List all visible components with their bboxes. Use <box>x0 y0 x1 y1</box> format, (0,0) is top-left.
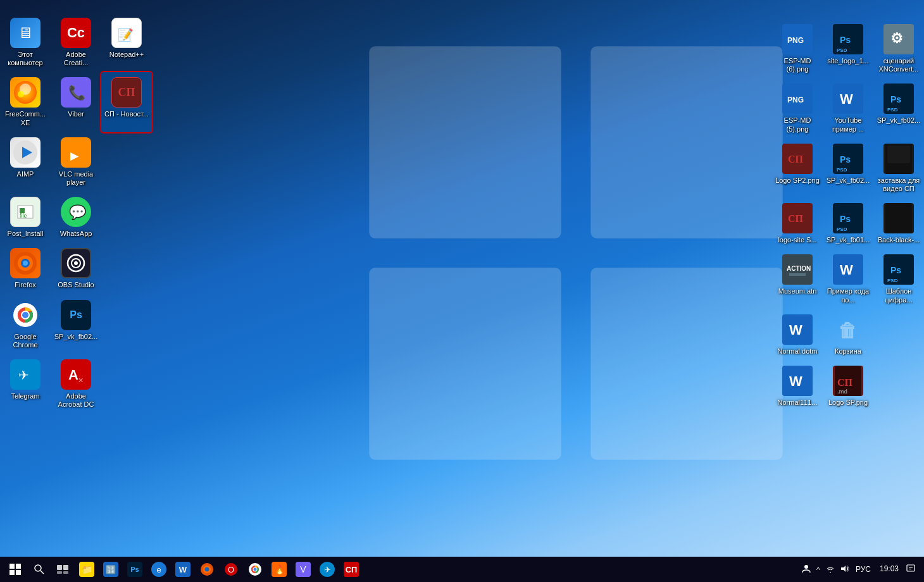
logo-site-s-icon: СП <box>782 203 813 233</box>
notification-tray-icon[interactable] <box>905 563 916 576</box>
icon-adobe-cc[interactable]: Cc Adobe Creati... <box>51 13 101 72</box>
icon-sp-vk-fb01[interactable]: PsPSD SP_vk_fb01... <box>823 198 873 249</box>
svg-rect-104 <box>907 565 915 571</box>
taskbar-firefox[interactable] <box>196 558 218 581</box>
language-tray[interactable]: РУС <box>853 565 873 574</box>
svg-rect-83 <box>9 564 15 569</box>
icon-viber[interactable]: 📞 Viber <box>51 72 101 132</box>
icon-ps-vk[interactable]: Ps SP_vk_fb02... <box>51 295 101 354</box>
svg-text:W: W <box>840 262 853 278</box>
system-tray: ^ РУС 19:03 <box>795 562 921 577</box>
sp-vk-fb01-icon: PsPSD <box>833 203 863 233</box>
icon-chrome[interactable]: Google Chrome <box>0 295 51 354</box>
taskbar-word[interactable]: W <box>172 558 194 581</box>
taskbar-app1[interactable]: 🔥 <box>268 558 290 581</box>
obs-label: OBS Studio <box>58 281 94 289</box>
svg-rect-3 <box>590 268 782 459</box>
icon-scenariy[interactable]: ⚙ сценарий XNConvert... <box>873 19 924 78</box>
icon-acrobat[interactable]: A✕ Adobe Acrobat DC <box>51 354 101 414</box>
taskbar-sp-app[interactable]: СП <box>340 558 363 581</box>
people-tray-icon[interactable] <box>800 562 813 577</box>
icon-site-logo[interactable]: PsPSD site_logo_1... <box>823 19 873 70</box>
icon-sp-novost[interactable]: СП СП - Новост... <box>101 72 152 132</box>
svg-point-102 <box>804 565 808 569</box>
svg-text:file: file <box>20 213 27 219</box>
svg-point-101 <box>254 568 257 571</box>
svg-text:▶: ▶ <box>70 151 79 161</box>
icon-esp-md-6[interactable]: PNG ESP-MD (6).png <box>772 19 823 78</box>
start-button[interactable] <box>3 557 28 582</box>
svg-text:W: W <box>789 322 802 338</box>
icon-freecomm[interactable]: FreeComm... XE <box>0 72 51 132</box>
right-row-3: СП Logo SP2.png PsPSD SP_vk_fb02... заст… <box>772 139 924 198</box>
icon-telegram[interactable]: ✈ Telegram <box>0 354 51 414</box>
icon-obs[interactable]: OBS Studio <box>51 243 101 294</box>
volume-tray-icon[interactable] <box>839 563 851 576</box>
normal-dotm-label: Normal.dotm <box>778 347 818 356</box>
acrobat-label: Adobe Acrobat DC <box>53 392 99 409</box>
taskbar-calculator[interactable]: 🔢 <box>99 558 122 581</box>
icon-post-install[interactable]: file Post_Install <box>0 192 51 243</box>
shablon-cifra-label: Шаблон цифра... <box>876 287 921 304</box>
svg-rect-65 <box>885 203 912 233</box>
svg-text:Ps: Ps <box>840 35 851 45</box>
svg-text:PSD: PSD <box>837 226 847 232</box>
icon-whatsapp[interactable]: 💬 WhatsApp <box>51 192 101 243</box>
icon-esp-md-5[interactable]: PNG ESP-MD (5).png <box>772 78 823 138</box>
site-logo-icon: PsPSD <box>833 24 863 54</box>
icon-back-black[interactable]: Back-black-... <box>873 198 924 249</box>
taskbar-viber[interactable]: V <box>292 558 315 581</box>
logo-sp2-icon: СП <box>782 144 813 174</box>
notepadpp-label: Notepad++ <box>109 51 144 59</box>
svg-text:PSD: PSD <box>837 167 847 173</box>
primer-koda-label: Пример кода по... <box>825 287 871 304</box>
sp-vk-fb02-2-icon: PsPSD <box>833 144 863 174</box>
aimp-icon <box>10 137 41 168</box>
svg-rect-89 <box>57 565 62 570</box>
icon-logo-site-s[interactable]: СП logo-site S... <box>772 198 823 249</box>
right-row-7: W Normal111... СП.md Logo SP.png <box>772 361 924 412</box>
svg-rect-84 <box>16 564 21 569</box>
svg-rect-1 <box>590 46 782 238</box>
taskbar-explorer[interactable]: 📁 <box>75 558 98 581</box>
logo-sp2-label: Logo SP2.png <box>775 176 820 185</box>
icon-sp-vk-fb02-2[interactable]: PsPSD SP_vk_fb02... <box>823 139 873 190</box>
icon-vlc[interactable]: ▶ VLC media player <box>51 132 101 192</box>
taskbar-opera[interactable]: O <box>220 558 242 581</box>
icon-aimp[interactable]: AIMP <box>0 132 51 192</box>
logo-sp-png-label: Logo SP.png <box>828 399 868 407</box>
svg-marker-103 <box>841 566 846 572</box>
svg-text:Ps: Ps <box>840 214 851 224</box>
icon-normal111[interactable]: W Normal111... <box>772 361 823 412</box>
svg-rect-90 <box>63 565 68 570</box>
icon-korzina[interactable]: 🗑 Корзина <box>823 309 873 361</box>
icon-museum-atn[interactable]: ACTIONS Museum.atn <box>772 249 823 300</box>
icon-firefox[interactable]: Firefox <box>0 243 51 294</box>
icon-normal-dotm[interactable]: W Normal.dotm <box>772 309 823 361</box>
svg-rect-2 <box>369 268 561 459</box>
youtube-primer-icon: W <box>833 84 863 114</box>
icon-sp-vk-fb02-psd[interactable]: PsPSD SP_vk_fb02... <box>873 78 924 130</box>
svg-text:💬: 💬 <box>69 204 87 221</box>
viber-label: Viber <box>68 110 84 118</box>
icon-zastav-video[interactable]: заставка для видео СП <box>873 139 924 198</box>
taskbar-telegram[interactable]: ✈ <box>316 558 339 581</box>
clock-tray[interactable]: 19:03 <box>876 564 902 574</box>
taskbar-chrome[interactable] <box>244 558 266 581</box>
taskview-button[interactable] <box>51 558 74 581</box>
network-tray-icon[interactable] <box>824 563 837 576</box>
icon-logo-sp-png[interactable]: СП.md Logo SP.png <box>823 361 873 412</box>
icon-primer-koda[interactable]: W Пример кода по... <box>823 249 873 309</box>
icon-youtube-primer[interactable]: W YouTube пример ... <box>823 78 873 138</box>
search-button[interactable] <box>28 558 51 581</box>
icon-notepadpp[interactable]: 📝 Notepad++ <box>101 13 152 72</box>
svg-point-8 <box>18 91 24 97</box>
icon-this-pc[interactable]: 🖥 Этот компьютер <box>0 13 51 72</box>
icon-shablon-cifra[interactable]: PsPSD Шаблон цифра... <box>873 249 924 309</box>
icon-logo-sp2[interactable]: СП Logo SP2.png <box>772 139 823 190</box>
show-hidden-tray[interactable]: ^ <box>815 564 821 576</box>
whatsapp-icon: 💬 <box>61 197 91 227</box>
taskbar-photoshop[interactable]: Ps <box>123 558 146 581</box>
taskbar-ie[interactable]: e <box>147 558 170 581</box>
svg-rect-92 <box>63 571 68 574</box>
